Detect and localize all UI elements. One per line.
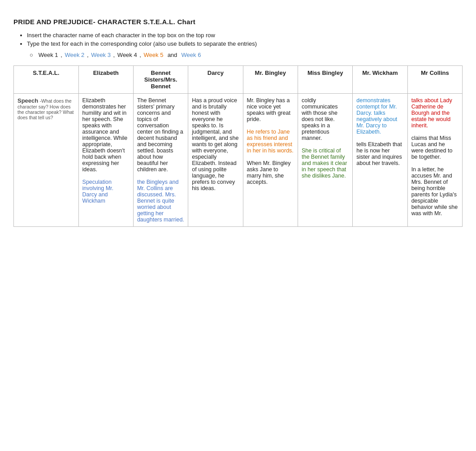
bingley-colored-text: He refers to Jane as his friend and expr… (247, 129, 294, 154)
weeks-line: ○ Week 1 , Week 2 , Week 3 , Week 4 , We… (30, 52, 463, 58)
missbingley-speech-cell: coldly communicates with those she does … (298, 94, 352, 227)
collins-black-text2: In a letter, he accuses Mr. and Mrs. Ben… (411, 166, 458, 217)
instruction-1: Insert the character name of each charac… (27, 32, 463, 39)
steal-speech-cell: Speech -What does the character say? How… (14, 94, 79, 227)
bennet-colored-text: the Bingleys and Mr. Collins are discuss… (137, 179, 184, 223)
week5-label: Week 5 (144, 52, 164, 58)
bennet-black-text: The Bennet sisters' primary concerns and… (137, 97, 183, 173)
week4-label: Week 4 (117, 52, 137, 58)
missbingley-colored-text: She is critical of the Bennet family and… (302, 147, 347, 179)
steal-label: Speech (17, 97, 38, 104)
week3-label: Week 3 (91, 52, 111, 58)
wickham-speech-cell: demonstrates contempt for Mr. Darcy. tal… (353, 94, 407, 227)
week6-label: Week 6 (182, 52, 201, 58)
bennet-speech-cell: The Bennet sisters' primary concerns and… (133, 94, 188, 227)
wickham-black-text: tells Elizabeth that he is now her siste… (356, 141, 402, 166)
bingley-black-text2: When Mr. Bingley asks Jane to marry him,… (247, 160, 291, 185)
header-bennet: Bennet Sisters/Mrs. Bennet (133, 66, 188, 94)
page-title: PRIDE AND PREJUDICE- CHARACTER S.T.E.A.L… (13, 18, 463, 26)
elizabeth-speech-cell: Elizabeth demonstrates her humility and … (78, 94, 133, 227)
instruction-2: Type the text for each in the correspond… (27, 40, 463, 47)
elizabeth-black-text: Elizabeth demonstrates her humility and … (82, 97, 128, 173)
week2-label: Week 2 (65, 52, 84, 58)
collins-speech-cell: talks about Lady Catherine de Bourgh and… (407, 94, 462, 227)
header-elizabeth: Elizabeth (78, 66, 133, 94)
missbingley-black-text: coldly communicates with those she does … (302, 97, 338, 141)
week1-label: Week 1 (39, 52, 58, 58)
header-wickham: Mr. Wickham (353, 66, 407, 94)
header-bingley: Mr. Bingley (243, 66, 298, 94)
bingley-speech-cell: Mr. Bingley has a nice voice yet speaks … (243, 94, 298, 227)
header-collins: Mr Collins (407, 66, 462, 94)
collins-colored-text1: talks about Lady Catherine de Bourgh and… (411, 97, 452, 129)
darcy-black-text: Has a proud voice and is brutally honest… (192, 97, 238, 191)
instructions-list: Insert the character name of each charac… (13, 32, 463, 47)
bingley-black-text: Mr. Bingley has a nice voice yet speaks … (247, 97, 290, 122)
wickham-colored-text1: demonstrates contempt for Mr. Darcy. tal… (356, 97, 397, 135)
elizabeth-colored-text: Speculation involving Mr. Darcy and Wick… (82, 179, 113, 204)
header-steal: S.T.E.A.L. (14, 66, 79, 94)
darcy-speech-cell: Has a proud voice and is brutally honest… (188, 94, 243, 227)
collins-black-text1: claims that Miss Lucas and he were desti… (411, 135, 453, 160)
steal-chart-table: S.T.E.A.L. Elizabeth Bennet Sisters/Mrs.… (13, 65, 463, 227)
header-missbingley: Miss Bingley (298, 66, 352, 94)
header-darcy: Darcy (188, 66, 243, 94)
